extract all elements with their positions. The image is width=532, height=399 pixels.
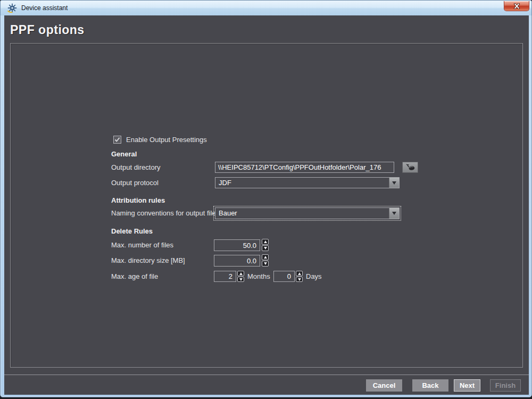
window-title: Device assistant: [21, 4, 68, 12]
max-dir-size-stepper: [262, 254, 269, 267]
output-directory-label: Output directory: [111, 162, 161, 173]
output-directory-input[interactable]: [215, 162, 394, 173]
spin-down-button[interactable]: [296, 277, 303, 282]
max-files-stepper: [262, 239, 269, 251]
max-dir-size-label: Max. directory size [MB]: [111, 255, 185, 267]
months-stepper: [237, 271, 244, 282]
arrow-down-icon: [298, 278, 301, 281]
hand-browse-icon: [405, 163, 415, 171]
output-protocol-value: JDF: [215, 178, 389, 188]
section-general: General: [111, 150, 137, 158]
max-files-input[interactable]: [214, 239, 260, 251]
arrow-down-icon: [264, 262, 267, 265]
options-panel: [10, 43, 523, 368]
footer-divider: [4, 375, 529, 375]
page-title: PPF options: [10, 23, 85, 37]
max-files-label: Max. number of files: [111, 239, 173, 251]
device-assistant-window: Device assistant PPF options Enable Outp…: [0, 0, 532, 397]
arrow-up-icon: [298, 272, 301, 275]
max-age-days-input[interactable]: [273, 271, 295, 282]
max-dir-size-input[interactable]: [214, 255, 260, 267]
output-protocol-label: Output protocol: [111, 177, 159, 188]
naming-conventions-arrow-button[interactable]: [389, 208, 399, 219]
titlebar[interactable]: Device assistant: [1, 1, 531, 15]
output-protocol-select[interactable]: JDF: [215, 177, 400, 188]
close-icon: [513, 3, 520, 9]
days-unit-label: Days: [306, 271, 322, 282]
back-button[interactable]: Back: [412, 379, 448, 392]
enable-presettings-row: Enable Output Presettings: [113, 136, 207, 144]
arrow-up-icon: [264, 256, 267, 259]
spin-up-button[interactable]: [262, 254, 269, 260]
wizard-content: PPF options Enable Output Presettings Ge…: [4, 15, 529, 395]
spin-up-button[interactable]: [262, 239, 269, 245]
naming-conventions-select[interactable]: Bauer: [215, 207, 400, 219]
spin-up-button[interactable]: [237, 271, 244, 276]
cancel-button[interactable]: Cancel: [366, 379, 402, 392]
naming-conventions-value: Bauer: [215, 208, 389, 219]
enable-presettings-label: Enable Output Presettings: [126, 136, 207, 144]
chevron-down-icon: [392, 181, 396, 185]
close-button[interactable]: [504, 1, 529, 11]
naming-conventions-label: Naming conventions for output file: [111, 207, 216, 219]
spin-up-button[interactable]: [296, 271, 303, 276]
max-age-months-input[interactable]: [214, 271, 236, 282]
finish-button: Finish: [490, 379, 521, 392]
chevron-down-icon: [392, 212, 396, 215]
arrow-up-icon: [264, 240, 267, 243]
arrow-down-icon: [239, 278, 243, 281]
prinect-gear-icon: [7, 3, 17, 13]
section-delete-rules: Delete Rules: [111, 227, 153, 235]
spin-down-button[interactable]: [262, 245, 269, 251]
spin-down-button[interactable]: [237, 277, 244, 282]
section-attribution-rules: Attribution rules: [111, 196, 165, 204]
output-protocol-arrow-button[interactable]: [389, 178, 399, 188]
next-button[interactable]: Next: [454, 379, 480, 392]
arrow-down-icon: [264, 247, 267, 250]
months-unit-label: Months: [247, 271, 270, 282]
browse-directory-button[interactable]: [402, 162, 418, 173]
checkmark-icon: [114, 137, 120, 143]
arrow-up-icon: [239, 272, 243, 275]
spin-down-button[interactable]: [262, 261, 269, 267]
days-stepper: [296, 271, 303, 282]
max-age-label: Max. age of file: [111, 271, 158, 282]
enable-presettings-checkbox[interactable]: [113, 136, 121, 144]
